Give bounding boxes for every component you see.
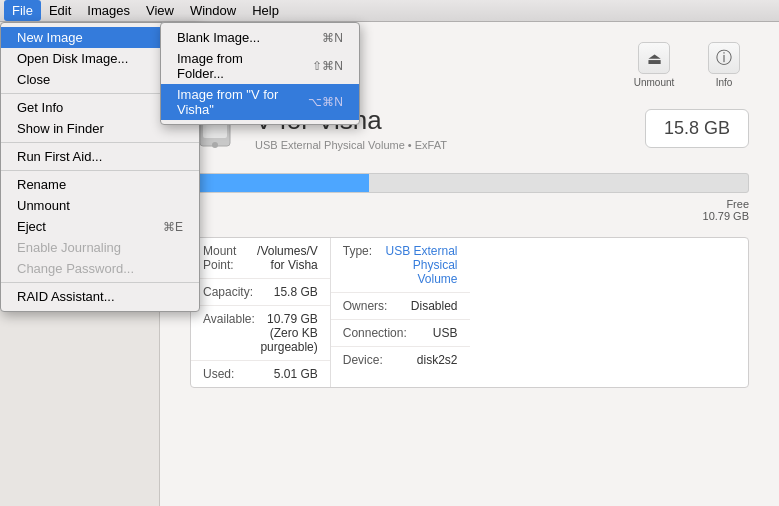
menubar-view[interactable]: View <box>138 0 182 21</box>
file-menu-raid[interactable]: RAID Assistant... <box>1 286 199 307</box>
info-mount-point: Mount Point: /Volumes/V for Visha <box>191 238 330 279</box>
menubar-help[interactable]: Help <box>244 0 287 21</box>
unmount-icon: ⏏ <box>638 42 670 74</box>
info-used: Used: 5.01 GB <box>191 361 330 387</box>
menubar-edit[interactable]: Edit <box>41 0 79 21</box>
separator-3 <box>1 170 199 171</box>
storage-bar <box>190 173 749 193</box>
separator-4 <box>1 282 199 283</box>
info-right: Type: USB External Physical Volume Owner… <box>331 238 470 387</box>
file-menu-rename[interactable]: Rename <box>1 174 199 195</box>
info-button[interactable]: ⓘ Info <box>699 42 749 88</box>
info-capacity: Capacity: 15.8 GB <box>191 279 330 306</box>
submenu-blank-image[interactable]: Blank Image... ⌘N <box>161 27 359 48</box>
new-image-submenu: Blank Image... ⌘N Image from Folder... ⇧… <box>160 22 360 125</box>
info-owners: Owners: Disabled <box>331 293 470 320</box>
separator-2 <box>1 142 199 143</box>
file-menu-unmount[interactable]: Unmount <box>1 195 199 216</box>
storage-bar-container: Free 10.79 GB <box>190 173 749 222</box>
svg-point-3 <box>212 142 218 148</box>
info-available: Available: 10.79 GB (Zero KB purgeable) <box>191 306 330 361</box>
storage-label-free: Free 10.79 GB <box>703 198 749 222</box>
unmount-button[interactable]: ⏏ Unmount <box>629 42 679 88</box>
info-left: Mount Point: /Volumes/V for Visha Capaci… <box>191 238 331 387</box>
storage-bar-used <box>191 174 369 192</box>
file-menu-enable-journaling: Enable Journaling <box>1 237 199 258</box>
info-connection: Connection: USB <box>331 320 470 347</box>
info-table: Mount Point: /Volumes/V for Visha Capaci… <box>190 237 749 388</box>
submenu-image-from-volume[interactable]: Image from "V for Visha" ⌥⌘N <box>161 84 359 120</box>
file-menu-first-aid[interactable]: Run First Aid... <box>1 146 199 167</box>
menubar-images[interactable]: Images <box>79 0 138 21</box>
storage-labels: Free 10.79 GB <box>190 198 749 222</box>
file-menu-eject[interactable]: Eject ⌘E <box>1 216 199 237</box>
info-section: Mount Point: /Volumes/V for Visha Capaci… <box>191 238 470 387</box>
submenu-image-from-folder[interactable]: Image from Folder... ⇧⌘N <box>161 48 359 84</box>
menubar-file[interactable]: File <box>4 0 41 21</box>
info-icon: ⓘ <box>708 42 740 74</box>
info-device: Device: disk2s2 <box>331 347 470 373</box>
menubar: File Edit Images View Window Help <box>0 0 779 22</box>
info-type: Type: USB External Physical Volume <box>331 238 470 293</box>
menubar-window[interactable]: Window <box>182 0 244 21</box>
file-menu-change-password: Change Password... <box>1 258 199 279</box>
device-size: 15.8 GB <box>645 109 749 148</box>
